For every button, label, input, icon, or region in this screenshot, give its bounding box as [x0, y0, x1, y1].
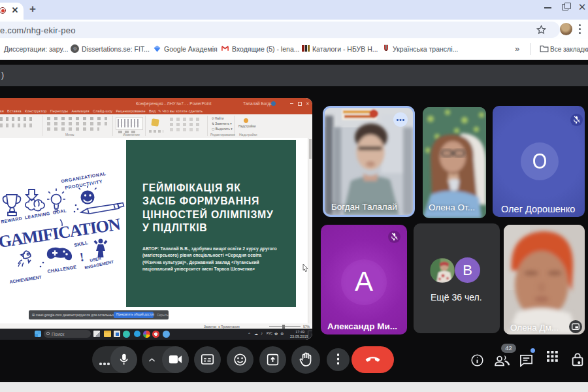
- svg-text:!: !: [79, 250, 85, 264]
- svg-text:CHALLENGE: CHALLENGE: [47, 264, 77, 274]
- svg-text:SKILL: SKILL: [74, 240, 89, 248]
- svg-text:ACHIEVEMENT: ACHIEVEMENT: [9, 274, 42, 284]
- svg-text:ENGAGEMENT: ENGAGEMENT: [84, 259, 114, 270]
